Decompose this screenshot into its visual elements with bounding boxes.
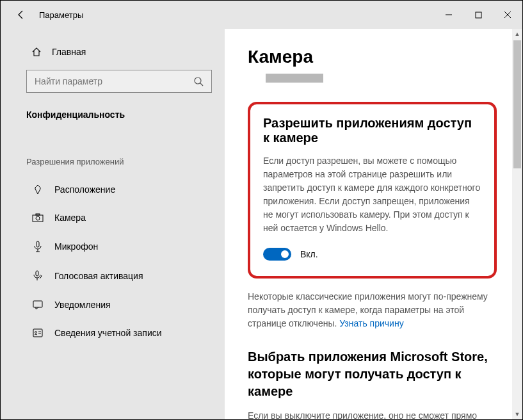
svg-point-3 [36, 216, 40, 220]
sidebar-item-label: Микрофон [54, 241, 98, 252]
choose-apps-body: Если вы выключите приложение, оно не смо… [248, 409, 497, 419]
allow-apps-card: Разрешить приложениям доступ к камере Ес… [248, 102, 497, 279]
sidebar-item-microphone[interactable]: Микрофон [1, 232, 225, 261]
sidebar-item-account-info[interactable]: Сведения учетной записи [1, 319, 225, 347]
svg-rect-4 [36, 214, 40, 215]
home-nav[interactable]: Главная [1, 40, 225, 63]
sidebar-subsection-label: Разрешения приложений [1, 152, 225, 172]
account-info-icon [31, 328, 44, 338]
sidebar-item-label: Голосовая активация [54, 271, 143, 281]
minimize-icon [445, 11, 453, 19]
scroll-thumb[interactable] [513, 40, 521, 168]
notifications-icon [31, 300, 44, 310]
sidebar-item-label: Сведения учетной записи [54, 328, 162, 338]
sidebar-item-label: Уведомления [54, 300, 111, 310]
camera-access-toggle[interactable] [263, 248, 291, 261]
svg-point-9 [35, 332, 37, 334]
minimize-button[interactable] [434, 1, 463, 29]
card-heading: Разрешить приложениям доступ к камере [263, 116, 481, 145]
sidebar-item-notifications[interactable]: Уведомления [1, 291, 225, 319]
search-input[interactable] [35, 76, 193, 86]
scrollbar[interactable]: ▲ ▼ [512, 29, 522, 419]
maximize-button[interactable] [463, 1, 493, 29]
close-button[interactable] [493, 1, 522, 29]
location-icon [31, 184, 44, 195]
svg-rect-5 [36, 241, 39, 247]
close-icon [504, 11, 511, 19]
back-button[interactable] [11, 4, 31, 25]
svg-rect-8 [33, 329, 42, 337]
svg-rect-0 [476, 12, 481, 18]
page-title: Камера [248, 47, 497, 67]
microphone-icon [31, 241, 44, 252]
sidebar-nav-list: Расположение Камера Микрофон Голосовая а… [1, 175, 225, 347]
card-body: Если доступ разрешен, вы можете с помощь… [263, 154, 481, 235]
scroll-down-arrow[interactable]: ▼ [512, 409, 522, 419]
voice-activation-icon [31, 270, 44, 282]
home-label: Главная [52, 47, 86, 57]
sidebar-item-camera[interactable]: Камера [1, 204, 225, 232]
sidebar-item-label: Камера [54, 213, 86, 223]
sidebar-item-label: Расположение [54, 184, 115, 195]
window-title: Параметры [39, 10, 83, 20]
svg-rect-6 [36, 271, 38, 276]
toggle-state-label: Вкл. [300, 249, 318, 259]
maximize-icon [475, 12, 482, 19]
sidebar-item-location[interactable]: Расположение [1, 175, 225, 204]
sidebar: Главная Конфиденциальность Разрешения пр… [1, 29, 225, 419]
svg-rect-7 [33, 301, 42, 307]
sidebar-item-voice-activation[interactable]: Голосовая активация [1, 261, 225, 291]
learn-why-link[interactable]: Узнать причину [339, 318, 403, 328]
obscured-text [266, 74, 323, 83]
titlebar: Параметры [1, 1, 522, 29]
home-icon [31, 47, 42, 57]
arrow-left-icon [16, 10, 26, 20]
search-box[interactable] [26, 70, 212, 93]
svg-point-1 [195, 77, 201, 84]
choose-apps-heading: Выбрать приложения Microsoft Store, кото… [248, 348, 497, 400]
search-icon [193, 76, 204, 86]
scroll-up-arrow[interactable]: ▲ [512, 29, 522, 39]
sidebar-section-header: Конфиденциальность [1, 103, 225, 126]
camera-icon [31, 213, 44, 222]
main-content: Камера Разрешить приложениям доступ к ка… [225, 29, 522, 419]
classic-apps-note: Некоторые классические приложения могут … [248, 290, 497, 330]
